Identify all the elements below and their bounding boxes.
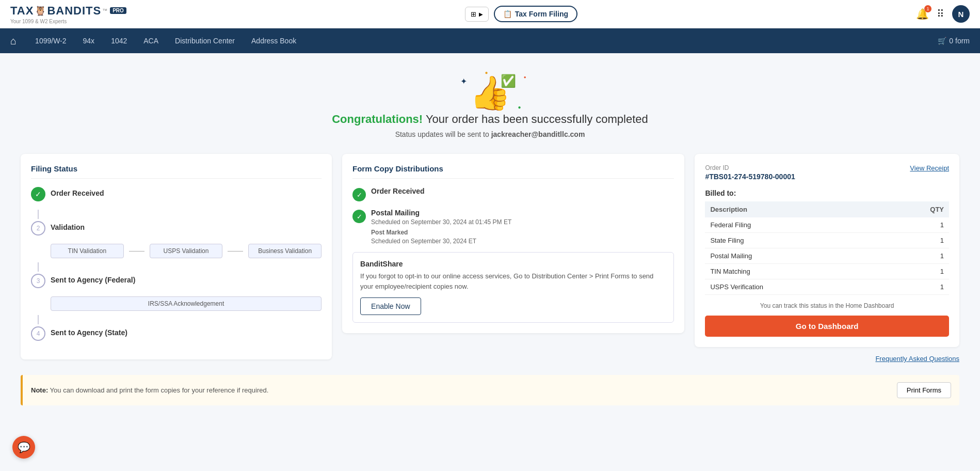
tax-form-filing-label: Tax Form Filing	[515, 10, 568, 18]
success-banner: 👍 ✅ ✦ ● ● ● Congratulations! Your order …	[21, 64, 959, 154]
dist-postal-icon: ✓	[352, 210, 366, 223]
distribution-col: Form Copy Distributions ✓ Order Received…	[342, 154, 684, 333]
order-id-value: #TBS01-274-519780-00001	[705, 172, 795, 181]
top-header: TAX 🦉 BANDITS ™ PRO Your 1099 & W2 Exper…	[0, 0, 980, 28]
tax-form-icon: 📋	[503, 10, 512, 18]
logo-tax: TAX	[10, 4, 34, 18]
nav-item-distribution[interactable]: Distribution Center	[167, 29, 243, 52]
app-switcher-icon: ⊞	[471, 10, 476, 18]
note-body: You can download and print the form copi…	[48, 386, 268, 394]
billing-qty-state: 1	[882, 233, 949, 248]
chat-icon: 💬	[18, 441, 30, 453]
step2-label: Validation	[51, 221, 85, 231]
billed-to-label: Billed to:	[705, 189, 949, 197]
deco-star-left: ✦	[460, 76, 467, 86]
order-card: Order ID #TBS01-274-519780-00001 View Re…	[695, 154, 959, 347]
order-header-row: Order ID #TBS01-274-519780-00001 View Re…	[705, 164, 949, 182]
step3-label: Sent to Agency (Federal)	[51, 274, 135, 284]
step-order-received: ✓ Order Received	[31, 187, 322, 201]
step4-icon: 4	[31, 326, 45, 341]
faq-link[interactable]: Frequently Asked Questions	[875, 355, 959, 363]
billing-row-usps: USPS Verification 1	[705, 279, 949, 295]
billing-qty-postal: 1	[882, 248, 949, 264]
step-connector-3	[38, 315, 39, 324]
billing-desc-tin: TIN Matching	[705, 264, 881, 279]
distribution-title: Form Copy Distributions	[352, 164, 674, 179]
nav-item-1099[interactable]: 1099/W-2	[27, 29, 74, 52]
step1-icon: ✓	[31, 187, 45, 201]
billing-qty-tin: 1	[882, 264, 949, 279]
dist-order-received: ✓ Order Received	[352, 187, 674, 201]
cart-label: 0 form	[949, 37, 970, 45]
logo-tagline: Your 1099 & W2 Experts	[10, 19, 126, 24]
cart-area[interactable]: 🛒 0 form	[938, 37, 970, 45]
logo-block: TAX 🦉 BANDITS ™ PRO Your 1099 & W2 Exper…	[10, 4, 126, 24]
enable-now-button[interactable]: Enable Now	[360, 297, 421, 315]
home-nav-button[interactable]: ⌂	[10, 35, 17, 47]
billing-desc-federal: Federal Filing	[705, 217, 881, 233]
faq-area: Frequently Asked Questions	[695, 354, 959, 363]
congrats-text: Congratulations!	[332, 113, 423, 125]
print-forms-button[interactable]: Print Forms	[897, 382, 951, 398]
desc-col-header: Description	[705, 201, 881, 217]
dist-order-icon: ✓	[352, 188, 366, 201]
order-complete-text: Your order has been successfully complet…	[423, 113, 648, 125]
distribution-card: Form Copy Distributions ✓ Order Received…	[342, 154, 684, 333]
step3-icon: 3	[31, 274, 45, 288]
logo-tm: ™	[102, 8, 107, 13]
pro-badge: PRO	[110, 7, 126, 14]
app-switcher-button[interactable]: ⊞ ▶	[465, 7, 489, 22]
billing-row-federal: Federal Filing 1	[705, 217, 949, 233]
bandit-share-text: If you forgot to opt-in to our online ac…	[360, 271, 666, 291]
qty-col-header: QTY	[882, 201, 949, 217]
step4-label: Sent to Agency (State)	[51, 326, 127, 337]
grid-icon: ⠿	[937, 8, 944, 20]
check-badge-icon: ✅	[501, 74, 516, 88]
step-connector-1	[38, 210, 39, 219]
view-receipt-link[interactable]: View Receipt	[910, 164, 949, 172]
tax-form-filing-button[interactable]: 📋 Tax Form Filing	[494, 6, 577, 22]
step3-sub: IRS/SSA Acknowledgement	[51, 296, 322, 311]
chat-button[interactable]: 💬	[12, 436, 35, 459]
irs-ssa-ack: IRS/SSA Acknowledgement	[51, 296, 322, 311]
nav-item-94x[interactable]: 94x	[75, 29, 103, 52]
billing-desc-postal: Postal Mailing	[705, 248, 881, 264]
dist-post-marked-label: Post Marked	[371, 229, 408, 236]
confetti-area: 👍 ✅ ✦ ● ● ●	[470, 74, 511, 113]
grid-menu-button[interactable]: ⠿	[937, 8, 944, 20]
billing-row-tin: TIN Matching 1	[705, 264, 949, 279]
user-avatar[interactable]: N	[952, 5, 970, 23]
tin-validation: TIN Validation	[51, 244, 124, 258]
success-title: Congratulations! Your order has been suc…	[21, 113, 959, 126]
main-content: 👍 ✅ ✦ ● ● ● Congratulations! Your order …	[0, 53, 980, 471]
header-right: 🔔 1 ⠿ N	[916, 5, 970, 23]
deco-dot-far: ●	[524, 75, 526, 80]
go-to-dashboard-button[interactable]: Go to Dashboard	[705, 316, 949, 337]
business-validation: Business Validation	[248, 244, 322, 258]
status-update-text: Status updates will be sent to	[395, 130, 491, 138]
step1-label: Order Received	[51, 187, 104, 197]
nav-item-1042[interactable]: 1042	[103, 29, 135, 52]
step2-sub: TIN Validation USPS Validation Business …	[51, 244, 322, 258]
dist-post-marked-row: Post Marked	[371, 229, 511, 236]
logo-area: TAX 🦉 BANDITS ™ PRO Your 1099 & W2 Exper…	[10, 4, 126, 24]
step2-icon: 2	[31, 221, 45, 236]
sub-dash-1	[129, 251, 144, 252]
note-text: Note: You can download and print the for…	[31, 386, 268, 394]
billing-desc-state: State Filing	[705, 233, 881, 248]
bandit-share-title: BanditShare	[360, 260, 666, 268]
nav-item-aca[interactable]: ACA	[135, 29, 167, 52]
order-id-label: Order ID	[705, 164, 795, 171]
notification-button[interactable]: 🔔 1	[916, 8, 929, 20]
billing-qty-federal: 1	[882, 217, 949, 233]
app-switcher-chevron: ▶	[479, 11, 483, 17]
dist-post-marked-scheduled: Scheduled on September 30, 2024 ET	[371, 238, 511, 245]
billing-row-postal: Postal Mailing 1	[705, 248, 949, 264]
track-status-text: You can track this status in the Home Da…	[705, 302, 949, 309]
nav-item-addressbook[interactable]: Address Book	[243, 29, 304, 52]
step-connector-2	[38, 262, 39, 272]
billing-row-state: State Filing 1	[705, 233, 949, 248]
sub-dash-2	[228, 251, 243, 252]
logo-owl-icon: 🦉	[35, 5, 46, 17]
nav-bar: ⌂ 1099/W-2 94x 1042 ACA Distribution Cen…	[0, 28, 980, 53]
